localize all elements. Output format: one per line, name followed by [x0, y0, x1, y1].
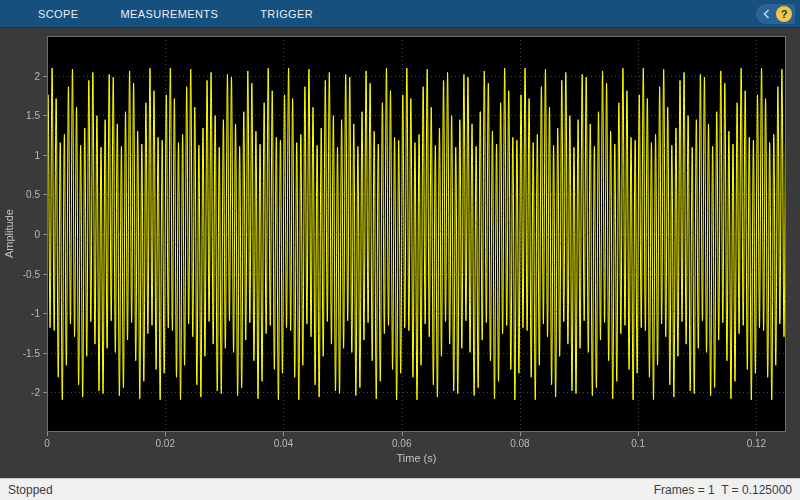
toolstrip-right-controls: ?	[756, 4, 795, 24]
y-tick-label: -1.5	[0, 347, 40, 358]
y-tick-label: 2	[0, 70, 40, 81]
y-tick-label: -0.5	[0, 268, 40, 279]
x-tick-mark	[165, 432, 166, 436]
y-tick-label: 0	[0, 229, 40, 240]
x-tick-label: 0	[44, 438, 50, 449]
tab-measurements[interactable]: MEASUREMENTS	[121, 0, 219, 27]
x-tick-mark	[283, 432, 284, 436]
time-scope-window: SCOPE MEASUREMENTS TRIGGER ? 21.510.50-0…	[0, 0, 800, 500]
x-tick-mark	[402, 432, 403, 436]
status-bar: Stopped Frames = 1 T = 0.125000	[0, 478, 800, 500]
x-tick-label: 0.12	[747, 438, 766, 449]
y-tick-label: -1	[0, 308, 40, 319]
x-tick-label: 0.02	[156, 438, 175, 449]
x-tick-mark	[638, 432, 639, 436]
y-tick-label: 1	[0, 149, 40, 160]
toolstrip-tabs: SCOPE MEASUREMENTS TRIGGER	[0, 0, 313, 27]
x-tick-label: 0.1	[631, 438, 645, 449]
toolstrip-collapse-pill[interactable]: ?	[756, 4, 795, 24]
help-icon: ?	[781, 8, 788, 20]
help-button[interactable]: ?	[776, 6, 792, 22]
x-tick-mark	[756, 432, 757, 436]
x-tick-label: 0.04	[274, 438, 293, 449]
status-text: Stopped	[8, 483, 53, 497]
y-tick-label: -2	[0, 387, 40, 398]
chevron-left-icon	[763, 9, 770, 19]
plot-canvas[interactable]	[47, 36, 786, 432]
scope-display-area: 21.510.50-0.5-1-1.5-2 00.020.040.060.080…	[0, 28, 800, 478]
toolstrip: SCOPE MEASUREMENTS TRIGGER ?	[0, 0, 800, 28]
y-tick-label: 0.5	[0, 189, 40, 200]
x-axis-label: Time (s)	[47, 452, 786, 464]
frames-info: Frames = 1 T = 0.125000	[654, 483, 792, 497]
y-tick-label: 1.5	[0, 110, 40, 121]
x-tick-mark	[520, 432, 521, 436]
tab-trigger[interactable]: TRIGGER	[260, 0, 313, 27]
tab-scope[interactable]: SCOPE	[38, 0, 79, 27]
x-tick-mark	[47, 432, 48, 436]
x-tick-label: 0.06	[392, 438, 411, 449]
x-tick-label: 0.08	[510, 438, 529, 449]
y-axis-label: Amplitude	[3, 36, 16, 432]
